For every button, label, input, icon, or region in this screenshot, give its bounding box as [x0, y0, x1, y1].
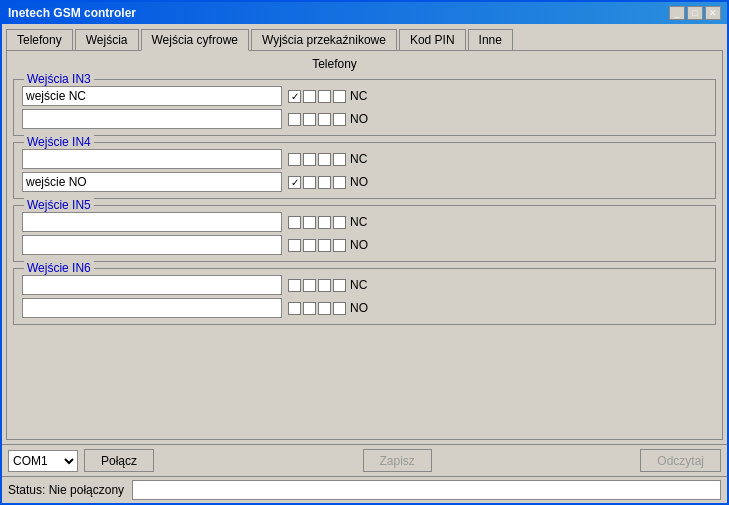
in3-nc-cb1[interactable]: [288, 90, 301, 103]
in5-no-checkboxes: [288, 239, 346, 252]
tab-wejscia[interactable]: Wejścia: [75, 29, 139, 51]
in6-nc-label: NC: [350, 278, 372, 292]
in6-no-checkboxes: [288, 302, 346, 315]
tab-wyjscia-przekaznikowe[interactable]: Wyjścia przekaźnikowe: [251, 29, 397, 51]
section-in3-label: Wejścia IN3: [24, 72, 94, 86]
in5-nc-cb1[interactable]: [288, 216, 301, 229]
bottom-bar: COM1 COM2 COM3 COM4 Połącz Zapisz Odczyt…: [2, 444, 727, 476]
in3-no-input[interactable]: [22, 109, 282, 129]
maximize-button[interactable]: □: [687, 6, 703, 20]
in6-nc-cb4[interactable]: [333, 279, 346, 292]
in3-no-label: NO: [350, 112, 372, 126]
in6-nc-cb2[interactable]: [303, 279, 316, 292]
in3-no-cb4[interactable]: [333, 113, 346, 126]
in4-nc-cb1[interactable]: [288, 153, 301, 166]
in4-nc-cb3[interactable]: [318, 153, 331, 166]
tab-inne[interactable]: Inne: [468, 29, 513, 51]
minimize-button[interactable]: _: [669, 6, 685, 20]
in3-no-cb2[interactable]: [303, 113, 316, 126]
section-in3: Wejścia IN3 NC: [13, 79, 716, 136]
section-in5-label: Wejście IN5: [24, 198, 94, 212]
in3-no-cb1[interactable]: [288, 113, 301, 126]
in6-nc-checkboxes: [288, 279, 346, 292]
in6-no-label: NO: [350, 301, 372, 315]
titlebar-buttons: _ □ ✕: [669, 6, 721, 20]
in3-row-2: NO: [22, 109, 707, 129]
tab-telefony[interactable]: Telefony: [6, 29, 73, 51]
in5-nc-cb3[interactable]: [318, 216, 331, 229]
in6-nc-cb3[interactable]: [318, 279, 331, 292]
in5-nc-label: NC: [350, 215, 372, 229]
in5-no-cb4[interactable]: [333, 239, 346, 252]
in4-no-input[interactable]: [22, 172, 282, 192]
main-window: Inetech GSM controler _ □ ✕ Telefony Wej…: [0, 0, 729, 505]
in5-no-input[interactable]: [22, 235, 282, 255]
in4-row-2: NO: [22, 172, 707, 192]
section-in4: Wejście IN4 NC: [13, 142, 716, 199]
in3-no-checkboxes: [288, 113, 346, 126]
in6-row-1: NC: [22, 275, 707, 295]
in4-no-cb4[interactable]: [333, 176, 346, 189]
in5-nc-cb2[interactable]: [303, 216, 316, 229]
in6-nc-cb1[interactable]: [288, 279, 301, 292]
in4-nc-label: NC: [350, 152, 372, 166]
in3-nc-input[interactable]: [22, 86, 282, 106]
in6-no-cb3[interactable]: [318, 302, 331, 315]
in6-no-cb1[interactable]: [288, 302, 301, 315]
section-in6: Wejście IN6 NC: [13, 268, 716, 325]
in6-no-cb2[interactable]: [303, 302, 316, 315]
in4-no-cb1[interactable]: [288, 176, 301, 189]
in6-no-cb4[interactable]: [333, 302, 346, 315]
status-bar: Status: Nie połączony: [2, 476, 727, 503]
tab-wejscia-cyfrowe[interactable]: Wejścia cyfrowe: [141, 29, 249, 51]
polacz-button[interactable]: Połącz: [84, 449, 154, 472]
in5-nc-cb4[interactable]: [333, 216, 346, 229]
in4-no-cb3[interactable]: [318, 176, 331, 189]
sections-area: Wejścia IN3 NC: [13, 75, 716, 325]
in6-row-2: NO: [22, 298, 707, 318]
tab-bar: Telefony Wejścia Wejścia cyfrowe Wyjścia…: [6, 28, 723, 50]
in6-no-input[interactable]: [22, 298, 282, 318]
in4-nc-input[interactable]: [22, 149, 282, 169]
in4-row-1: NC: [22, 149, 707, 169]
in5-no-cb2[interactable]: [303, 239, 316, 252]
in4-no-checkboxes: [288, 176, 346, 189]
in4-no-label: NO: [350, 175, 372, 189]
in3-nc-label: NC: [350, 89, 372, 103]
in6-nc-input[interactable]: [22, 275, 282, 295]
in5-row-1: NC: [22, 212, 707, 232]
in5-no-label: NO: [350, 238, 372, 252]
in5-nc-input[interactable]: [22, 212, 282, 232]
in5-row-2: NO: [22, 235, 707, 255]
section-in4-label: Wejście IN4: [24, 135, 94, 149]
in4-no-cb2[interactable]: [303, 176, 316, 189]
in4-nc-checkboxes: [288, 153, 346, 166]
section-in6-label: Wejście IN6: [24, 261, 94, 275]
tab-panel-wejscia-cyfrowe: Telefony Wejścia IN3 NC: [6, 50, 723, 440]
in3-nc-cb3[interactable]: [318, 90, 331, 103]
close-button[interactable]: ✕: [705, 6, 721, 20]
section-in5: Wejście IN5 NC: [13, 205, 716, 262]
telefony-column-header: Telefony: [13, 57, 656, 71]
titlebar: Inetech GSM controler _ □ ✕: [2, 2, 727, 24]
window-title: Inetech GSM controler: [8, 6, 136, 20]
in4-nc-cb4[interactable]: [333, 153, 346, 166]
status-input[interactable]: [132, 480, 721, 500]
in3-nc-checkboxes: [288, 90, 346, 103]
odczytaj-button[interactable]: Odczytaj: [640, 449, 721, 472]
in5-nc-checkboxes: [288, 216, 346, 229]
in5-no-cb3[interactable]: [318, 239, 331, 252]
com-port-select[interactable]: COM1 COM2 COM3 COM4: [8, 450, 78, 472]
status-text: Status: Nie połączony: [8, 483, 124, 497]
in5-no-cb1[interactable]: [288, 239, 301, 252]
tab-kod-pin[interactable]: Kod PIN: [399, 29, 466, 51]
zapisz-button[interactable]: Zapisz: [363, 449, 432, 472]
in3-row-1: NC: [22, 86, 707, 106]
in3-nc-cb4[interactable]: [333, 90, 346, 103]
in3-nc-cb2[interactable]: [303, 90, 316, 103]
main-content: Telefony Wejścia Wejścia cyfrowe Wyjścia…: [2, 24, 727, 444]
in4-nc-cb2[interactable]: [303, 153, 316, 166]
in3-no-cb3[interactable]: [318, 113, 331, 126]
